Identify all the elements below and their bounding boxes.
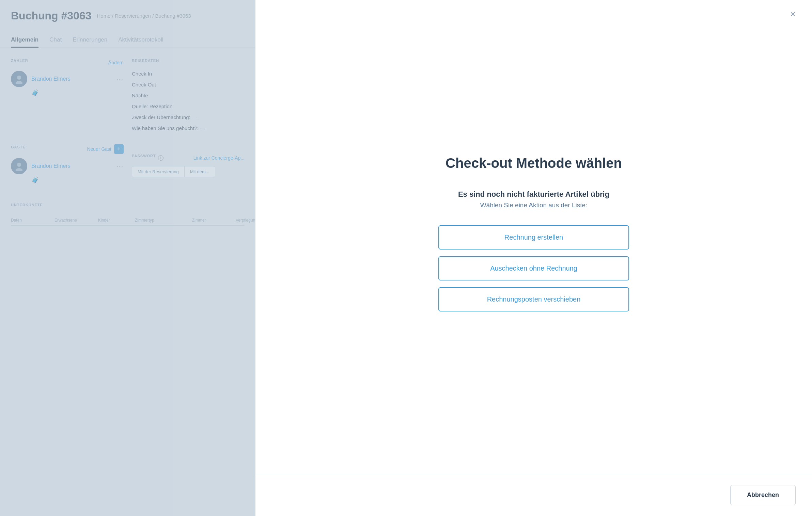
auschecken-ohne-rechnung-button[interactable]: Auschecken ohne Rechnung: [438, 256, 629, 280]
rechnungsposten-verschieben-button[interactable]: Rechnungsposten verschieben: [438, 287, 629, 311]
modal-info-subtext: Wählen Sie eine Aktion aus der Liste:: [480, 201, 588, 209]
modal-title: Check-out Methode wählen: [446, 156, 622, 171]
modal-close-button[interactable]: ×: [790, 10, 796, 19]
overlay-backdrop: [0, 0, 255, 516]
cancel-button[interactable]: Abbrechen: [730, 485, 796, 505]
modal-panel: × Check-out Methode wählen Es sind noch …: [255, 0, 812, 516]
modal-footer: Abbrechen: [255, 474, 812, 516]
modal-info-heading: Es sind noch nicht fakturierte Artikel ü…: [458, 190, 609, 199]
rechnung-erstellen-button[interactable]: Rechnung erstellen: [438, 225, 629, 249]
modal-body: Check-out Methode wählen Es sind noch ni…: [255, 0, 812, 474]
